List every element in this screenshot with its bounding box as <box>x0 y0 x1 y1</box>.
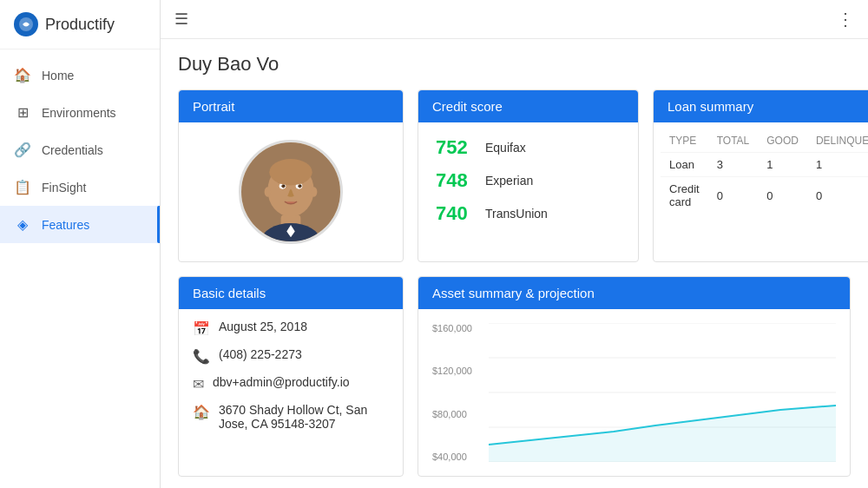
page-content: Duy Bao Vo Portrait <box>161 39 868 488</box>
avatar <box>239 140 343 244</box>
address-icon: 🏠 <box>193 404 210 420</box>
menu-icon[interactable]: ☰ <box>174 10 188 29</box>
sidebar-item-home[interactable]: 🏠 Home <box>0 56 160 94</box>
y-label-160k: $160,000 <box>432 323 484 333</box>
loan-type-loan: Loan <box>661 153 708 177</box>
detail-address: 🏠 3670 Shady Hollow Ct, San Jose, CA 951… <box>193 403 389 431</box>
y-label-40k: $40,000 <box>432 452 484 462</box>
portrait-body <box>179 122 403 261</box>
asset-summary-header: Asset summary & projection <box>418 277 850 309</box>
credit-row-transunion: 740 TransUnion <box>436 202 621 225</box>
col-type: TYPE <box>661 129 708 153</box>
transunion-label: TransUnion <box>485 207 548 221</box>
chart-svg <box>489 323 836 462</box>
credentials-icon: 🔗 <box>14 142 31 158</box>
svg-point-12 <box>265 187 272 196</box>
svg-point-8 <box>281 184 285 188</box>
topbar: ☰ ⋮ <box>161 0 868 39</box>
sidebar-item-environments[interactable]: ⊞ Environments <box>0 94 160 131</box>
svg-point-13 <box>311 187 318 196</box>
top-cards-row: Portrait <box>178 89 851 262</box>
more-options-icon[interactable]: ⋮ <box>837 9 854 30</box>
loan-good-cc: 0 <box>758 177 807 214</box>
features-icon: ◈ <box>14 216 31 233</box>
sidebar-nav: 🏠 Home ⊞ Environments 🔗 Credentials 📋 Fi… <box>0 49 160 250</box>
credit-score-card: Credit score 752 Equifax 748 Experian 74… <box>418 89 639 262</box>
sidebar-item-credentials[interactable]: 🔗 Credentials <box>0 131 160 168</box>
sidebar-item-home-label: Home <box>42 69 74 82</box>
loan-table: TYPE TOTAL GOOD DELINQUENT DEFAULT Loan … <box>661 129 868 214</box>
svg-point-10 <box>284 185 285 186</box>
svg-point-14 <box>269 159 312 185</box>
svg-point-11 <box>300 185 301 186</box>
loan-row-loan: Loan 3 1 1 1 <box>661 153 868 177</box>
sidebar-item-finsight[interactable]: 📋 FinSight <box>0 168 160 206</box>
sidebar-item-features-label: Features <box>42 218 89 232</box>
experian-label: Experian <box>485 174 533 188</box>
detail-date: 📅 August 25, 2018 <box>193 320 389 337</box>
email-icon: ✉ <box>193 376 204 392</box>
sidebar-item-credentials-label: Credentials <box>42 143 103 157</box>
svg-marker-20 <box>489 406 836 462</box>
col-good: GOOD <box>758 129 807 153</box>
basic-details-header: Basic details <box>179 277 403 309</box>
sidebar: Productify 🏠 Home ⊞ Environments 🔗 Crede… <box>0 0 161 488</box>
credit-row-experian: 748 Experian <box>436 169 621 192</box>
sidebar-item-features[interactable]: ◈ Features <box>0 206 160 243</box>
loan-delinquent-loan: 1 <box>807 153 868 177</box>
topbar-left: ☰ <box>174 10 188 29</box>
loan-good-loan: 1 <box>758 153 807 177</box>
svg-point-9 <box>298 184 301 188</box>
topbar-actions: ⋮ <box>837 9 854 30</box>
loan-row-credit-card: Credit card 0 0 0 0 <box>661 177 868 214</box>
finsight-icon: 📋 <box>14 179 31 195</box>
app-logo: Productify <box>0 0 160 49</box>
equifax-label: Equifax <box>485 141 526 155</box>
loan-delinquent-cc: 0 <box>807 177 868 214</box>
col-delinquent: DELINQUENT <box>807 129 868 153</box>
bottom-cards-row: Basic details 📅 August 25, 2018 📞 (408) … <box>178 276 851 477</box>
transunion-score: 740 <box>436 202 475 225</box>
basic-details-card: Basic details 📅 August 25, 2018 📞 (408) … <box>178 276 404 477</box>
page-title: Duy Bao Vo <box>178 53 851 76</box>
main-content: ☰ ⋮ Duy Bao Vo Portrait <box>161 0 868 488</box>
loan-total-cc: 0 <box>708 177 759 214</box>
detail-phone: 📞 (408) 225-2273 <box>193 347 389 365</box>
detail-email-text: dbv+admin@productify.io <box>213 375 350 389</box>
y-label-120k: $120,000 <box>432 366 484 376</box>
credit-score-body: 752 Equifax 748 Experian 740 TransUnion <box>418 122 638 249</box>
detail-phone-text: (408) 225-2273 <box>219 347 302 361</box>
credit-row-equifax: 752 Equifax <box>436 136 621 159</box>
calendar-icon: 📅 <box>193 320 210 337</box>
portrait-card: Portrait <box>178 89 404 262</box>
loan-summary-card: Loan summary TYPE TOTAL GOOD DELINQUENT … <box>653 89 868 262</box>
detail-address-text: 3670 Shady Hollow Ct, San Jose, CA 95148… <box>219 403 389 431</box>
portrait-header: Portrait <box>179 90 403 122</box>
phone-icon: 📞 <box>193 348 210 365</box>
chart-container <box>489 323 836 462</box>
experian-score: 748 <box>436 169 475 192</box>
y-label-80k: $80,000 <box>432 409 484 419</box>
basic-details-body: 📅 August 25, 2018 📞 (408) 225-2273 ✉ dbv… <box>179 309 403 452</box>
credit-score-header: Credit score <box>418 90 638 122</box>
loan-total-loan: 3 <box>708 153 759 177</box>
loan-table-header-row: TYPE TOTAL GOOD DELINQUENT DEFAULT <box>661 129 868 153</box>
chart-area: $160,000 $120,000 $80,000 $40,000 <box>432 323 836 462</box>
col-total: TOTAL <box>708 129 759 153</box>
environments-icon: ⊞ <box>14 104 31 121</box>
sidebar-item-finsight-label: FinSight <box>42 181 86 195</box>
logo-icon <box>14 12 38 36</box>
app-name: Productify <box>45 16 115 34</box>
sidebar-item-environments-label: Environments <box>42 106 116 120</box>
detail-email: ✉ dbv+admin@productify.io <box>193 375 389 392</box>
home-icon: 🏠 <box>14 67 31 83</box>
loan-summary-header: Loan summary <box>654 90 868 122</box>
chart-body: $160,000 $120,000 $80,000 $40,000 <box>418 309 850 476</box>
asset-summary-card: Asset summary & projection $160,000 $120… <box>418 276 851 477</box>
detail-date-text: August 25, 2018 <box>219 320 307 333</box>
y-axis-labels: $160,000 $120,000 $80,000 $40,000 <box>432 323 484 462</box>
loan-type-cc: Credit card <box>661 177 708 214</box>
loan-summary-body: TYPE TOTAL GOOD DELINQUENT DEFAULT Loan … <box>654 122 868 221</box>
equifax-score: 752 <box>436 136 475 159</box>
